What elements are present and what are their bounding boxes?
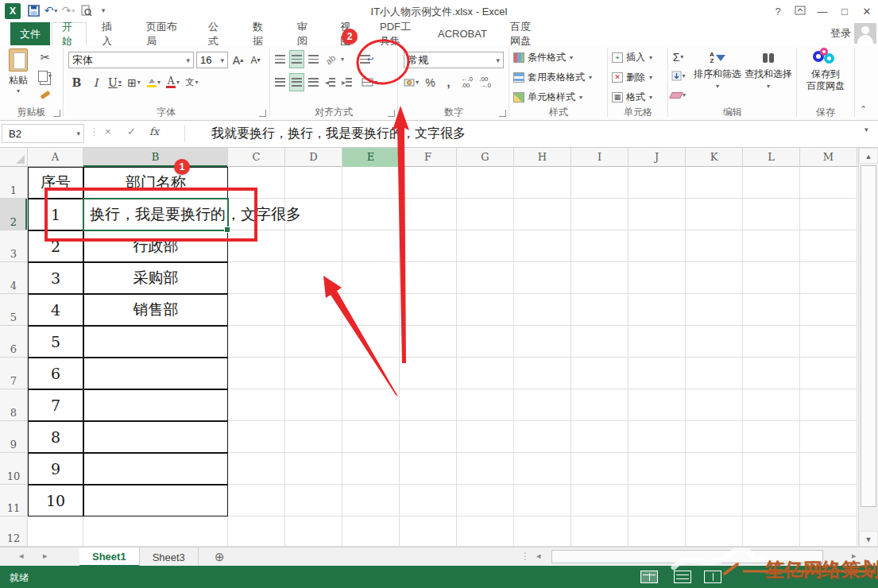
format-painter-icon[interactable] bbox=[38, 87, 52, 103]
cell-C10[interactable] bbox=[228, 453, 285, 485]
cell-I7[interactable] bbox=[571, 358, 629, 389]
cell-L6[interactable] bbox=[743, 326, 800, 358]
align-left-icon[interactable] bbox=[273, 74, 287, 91]
cell-J7[interactable] bbox=[629, 358, 686, 389]
accounting-format-icon[interactable]: ▾ bbox=[404, 74, 419, 91]
cell-K4[interactable] bbox=[686, 262, 743, 294]
vertical-scroll-thumb[interactable] bbox=[861, 165, 876, 507]
cell-I6[interactable] bbox=[571, 326, 629, 358]
cell-G12[interactable] bbox=[457, 516, 514, 547]
align-center-icon[interactable] bbox=[290, 74, 304, 91]
column-header-H[interactable]: H bbox=[514, 148, 571, 167]
cell-H6[interactable] bbox=[514, 326, 571, 358]
cells-item-2[interactable]: ✕删除▾ bbox=[612, 68, 652, 87]
cell-A4[interactable]: 3 bbox=[28, 262, 83, 294]
fill-handle[interactable] bbox=[224, 226, 230, 233]
cell-A2[interactable]: 1 bbox=[28, 199, 83, 230]
column-header-F[interactable]: F bbox=[400, 148, 457, 167]
tab-百度网盘[interactable]: 百度网盘 bbox=[501, 22, 548, 45]
cell-E8[interactable] bbox=[342, 389, 400, 421]
cell-E9[interactable] bbox=[342, 421, 400, 453]
collapse-ribbon-icon[interactable]: ⌃ bbox=[860, 104, 867, 114]
cell-M4[interactable] bbox=[800, 262, 857, 294]
cell-L10[interactable] bbox=[743, 453, 800, 485]
cell-F10[interactable] bbox=[400, 453, 457, 485]
cell-D7[interactable] bbox=[285, 358, 342, 389]
cell-J8[interactable] bbox=[629, 389, 686, 421]
number-format-combo[interactable]: 常规▾ bbox=[404, 52, 504, 68]
cell-I10[interactable] bbox=[571, 453, 629, 485]
cell-B7[interactable] bbox=[83, 358, 228, 389]
row-header-3[interactable]: 3 bbox=[0, 230, 28, 262]
column-header-B[interactable]: B bbox=[83, 148, 228, 167]
ribbon-display-options-icon[interactable] bbox=[789, 6, 811, 17]
borders-icon[interactable]: ⊞▾ bbox=[127, 74, 141, 91]
number-dialog-launcher[interactable] bbox=[499, 110, 506, 117]
help-button[interactable]: ? bbox=[767, 6, 789, 17]
cell-G3[interactable] bbox=[457, 230, 514, 262]
cell-F9[interactable] bbox=[400, 421, 457, 453]
cell-B6[interactable] bbox=[83, 326, 228, 358]
cell-G2[interactable] bbox=[457, 199, 514, 230]
cell-D10[interactable] bbox=[285, 453, 342, 485]
scroll-up-icon[interactable]: ▲ bbox=[859, 148, 878, 164]
tab-插入[interactable]: 插入 bbox=[92, 22, 127, 45]
clipboard-dialog-launcher[interactable] bbox=[53, 110, 60, 117]
row-header-6[interactable]: 6 bbox=[0, 326, 28, 358]
cell-F6[interactable] bbox=[400, 326, 457, 358]
cell-E11[interactable] bbox=[342, 485, 400, 516]
cell-K11[interactable] bbox=[686, 485, 743, 516]
cell-L5[interactable] bbox=[743, 294, 800, 326]
row-header-7[interactable]: 7 bbox=[0, 358, 28, 389]
italic-button[interactable]: I bbox=[89, 74, 102, 91]
column-header-I[interactable]: I bbox=[571, 148, 629, 167]
align-right-icon[interactable] bbox=[307, 74, 320, 91]
cell-C9[interactable] bbox=[228, 421, 285, 453]
cell-A1[interactable]: 序号 bbox=[28, 167, 83, 199]
sheet-nav-prev-icon[interactable]: ◂ bbox=[19, 551, 24, 561]
font-color-icon[interactable]: A▾ bbox=[166, 74, 180, 91]
cell-I5[interactable] bbox=[571, 294, 629, 326]
cell-K3[interactable] bbox=[686, 230, 743, 262]
column-header-J[interactable]: J bbox=[629, 148, 686, 167]
tab-文件[interactable]: 文件 bbox=[10, 22, 50, 45]
cell-G9[interactable] bbox=[457, 421, 514, 453]
bottom-align-icon[interactable] bbox=[307, 51, 320, 68]
decrease-indent-icon[interactable]: ◂ bbox=[323, 74, 337, 91]
page-break-view-icon[interactable] bbox=[704, 571, 721, 583]
minimize-button[interactable]: — bbox=[811, 6, 834, 17]
cell-G6[interactable] bbox=[457, 326, 514, 358]
name-box-dropdown-icon[interactable]: ▾ bbox=[76, 130, 80, 137]
cell-H5[interactable] bbox=[514, 294, 571, 326]
cell-F11[interactable] bbox=[400, 485, 457, 516]
cell-H1[interactable] bbox=[514, 167, 571, 199]
column-header-K[interactable]: K bbox=[686, 148, 743, 167]
top-align-icon[interactable] bbox=[273, 51, 287, 68]
cell-K8[interactable] bbox=[686, 389, 743, 421]
decrease-decimal-icon[interactable]: .00→.0 bbox=[478, 74, 492, 91]
cell-J2[interactable] bbox=[629, 199, 686, 230]
grow-font-icon[interactable]: A▴ bbox=[231, 52, 245, 68]
cell-J3[interactable] bbox=[629, 230, 686, 262]
cell-E1[interactable] bbox=[342, 167, 400, 199]
middle-align-icon[interactable] bbox=[290, 51, 304, 68]
cell-K12[interactable] bbox=[686, 516, 743, 547]
row-header-11[interactable]: 11 bbox=[0, 485, 28, 516]
cell-F3[interactable] bbox=[400, 230, 457, 262]
normal-view-icon[interactable] bbox=[640, 571, 658, 583]
cell-F5[interactable] bbox=[400, 294, 457, 326]
cell-L4[interactable] bbox=[743, 262, 800, 294]
column-header-D[interactable]: D bbox=[285, 148, 342, 167]
shrink-font-icon[interactable]: A▾ bbox=[249, 52, 262, 68]
cell-A8[interactable]: 7 bbox=[28, 389, 83, 421]
cell-L12[interactable] bbox=[743, 516, 800, 547]
clear-icon[interactable]: ▾ bbox=[671, 87, 686, 103]
cell-M9[interactable] bbox=[800, 421, 857, 453]
cell-I9[interactable] bbox=[571, 421, 629, 453]
hscroll-left-icon[interactable]: ◂ bbox=[536, 551, 541, 561]
cell-B11[interactable] bbox=[83, 485, 228, 516]
font-size-combo[interactable]: 16▾ bbox=[196, 52, 228, 68]
hscroll-splitter[interactable]: ⋮ bbox=[520, 551, 530, 562]
cell-F7[interactable] bbox=[400, 358, 457, 389]
cell-H12[interactable] bbox=[514, 516, 571, 547]
